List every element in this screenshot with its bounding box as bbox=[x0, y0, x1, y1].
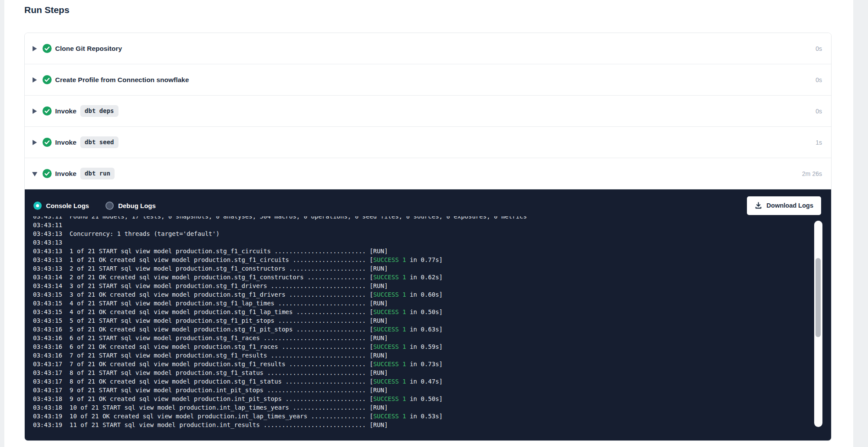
step-label: Invoke bbox=[55, 139, 76, 146]
log-line: 03:43:17 7 of 21 OK created sql view mod… bbox=[33, 360, 809, 368]
log-line: 03:43:13 1 of 21 OK created sql view mod… bbox=[33, 255, 809, 264]
step-duration: 2m 26s bbox=[802, 170, 822, 177]
log-scrollbar-thumb[interactable] bbox=[815, 258, 821, 337]
log-line: 03:43:19 10 of 21 OK created sql view mo… bbox=[33, 412, 809, 421]
radio-label: Debug Logs bbox=[118, 202, 156, 209]
step-duration: 0s bbox=[815, 76, 822, 83]
step-duration: 0s bbox=[815, 45, 822, 52]
command-chip: dbt run bbox=[80, 168, 115, 179]
log-line: 03:43:17 8 of 21 START sql view model pr… bbox=[33, 368, 809, 377]
log-line: 03:43:13 bbox=[33, 238, 809, 247]
step-duration: 1s bbox=[815, 139, 822, 146]
log-line: 03:43:14 2 of 21 OK created sql view mod… bbox=[33, 273, 809, 281]
step-duration: 0s bbox=[815, 108, 822, 115]
log-line: 03:43:16 5 of 21 OK created sql view mod… bbox=[33, 325, 809, 334]
console-log: 03:43:11 Found 21 models, 17 tests, 0 sn… bbox=[33, 216, 809, 429]
log-scrollbar[interactable] bbox=[814, 221, 822, 427]
page-title: Run Steps bbox=[24, 5, 69, 15]
console-log-viewport: 03:43:11 Found 21 models, 17 tests, 0 sn… bbox=[33, 216, 809, 434]
success-check-icon bbox=[43, 106, 52, 116]
expand-chevron-icon[interactable] bbox=[32, 46, 37, 52]
log-line: 03:43:13 Concurrency: 1 threads (target=… bbox=[33, 229, 809, 238]
run-step-row[interactable]: Invokedbt deps0s bbox=[25, 96, 831, 127]
command-chip: dbt deps bbox=[80, 105, 118, 117]
log-line: 03:43:18 10 of 21 START sql view model p… bbox=[33, 403, 809, 412]
expand-chevron-icon[interactable] bbox=[32, 139, 37, 146]
step-label: Invoke bbox=[55, 170, 76, 178]
log-line: 03:43:11 bbox=[33, 221, 809, 229]
run-steps-list: Clone Git Repository0sCreate Profile fro… bbox=[25, 33, 831, 189]
success-check-icon bbox=[43, 75, 52, 84]
debug-logs-radio[interactable]: Debug Logs bbox=[105, 202, 156, 210]
command-chip: dbt seed bbox=[80, 136, 118, 148]
log-line: 03:43:16 7 of 21 START sql view model pr… bbox=[33, 351, 809, 360]
radio-label: Console Logs bbox=[46, 202, 89, 209]
download-logs-button[interactable]: Download Logs bbox=[747, 196, 821, 215]
log-panel: Console Logs Debug Logs Download Log bbox=[25, 189, 831, 440]
log-line: 03:43:16 6 of 21 OK created sql view mod… bbox=[33, 342, 809, 351]
log-line: 03:43:19 11 of 21 START sql view model p… bbox=[33, 421, 809, 429]
log-line: 03:43:13 2 of 21 START sql view model pr… bbox=[33, 264, 809, 273]
radio-selected-icon[interactable] bbox=[33, 202, 42, 210]
success-check-icon bbox=[43, 44, 52, 53]
log-line: 03:43:18 9 of 21 OK created sql view mod… bbox=[33, 394, 809, 403]
run-steps-card: Clone Git Repository0sCreate Profile fro… bbox=[24, 33, 832, 441]
success-check-icon bbox=[43, 138, 52, 147]
log-line: 03:43:11 Found 21 models, 17 tests, 0 sn… bbox=[33, 216, 809, 221]
download-label: Download Logs bbox=[766, 202, 813, 209]
log-line: 03:43:15 4 of 21 START sql view model pr… bbox=[33, 299, 809, 308]
content-sheet: Run Steps Clone Git Repository0sCreate P… bbox=[4, 0, 853, 447]
run-step-row[interactable]: Invokedbt seed1s bbox=[25, 127, 831, 158]
console-logs-radio[interactable]: Console Logs bbox=[33, 202, 89, 210]
log-line: 03:43:15 5 of 21 START sql view model pr… bbox=[33, 316, 809, 325]
run-step-row[interactable]: Create Profile from Connection snowflake… bbox=[25, 64, 831, 96]
log-line: 03:43:16 6 of 21 START sql view model pr… bbox=[33, 334, 809, 342]
step-label: Clone Git Repository bbox=[55, 45, 122, 53]
expand-chevron-icon[interactable] bbox=[32, 77, 37, 83]
radio-unselected-icon[interactable] bbox=[105, 202, 114, 210]
run-step-row[interactable]: Invokedbt run2m 26s bbox=[25, 158, 831, 189]
step-label: Create Profile from Connection snowflake bbox=[55, 76, 189, 84]
log-line: 03:43:17 9 of 21 START sql view model pr… bbox=[33, 386, 809, 394]
log-panel-header: Console Logs Debug Logs Download Log bbox=[25, 189, 831, 216]
download-icon bbox=[755, 202, 762, 209]
log-type-radio-group: Console Logs Debug Logs bbox=[33, 202, 156, 210]
run-step-row[interactable]: Clone Git Repository0s bbox=[25, 33, 831, 64]
log-line: 03:43:15 4 of 21 OK created sql view mod… bbox=[33, 308, 809, 316]
success-check-icon bbox=[43, 169, 52, 178]
log-line: 03:43:17 8 of 21 OK created sql view mod… bbox=[33, 377, 809, 386]
log-line: 03:43:14 3 of 21 START sql view model pr… bbox=[33, 281, 809, 290]
step-label: Invoke bbox=[55, 107, 76, 115]
log-line: 03:43:15 3 of 21 OK created sql view mod… bbox=[33, 290, 809, 299]
log-line: 03:43:13 1 of 21 START sql view model pr… bbox=[33, 247, 809, 255]
collapse-chevron-icon[interactable] bbox=[32, 171, 37, 177]
expand-chevron-icon[interactable] bbox=[32, 108, 37, 114]
